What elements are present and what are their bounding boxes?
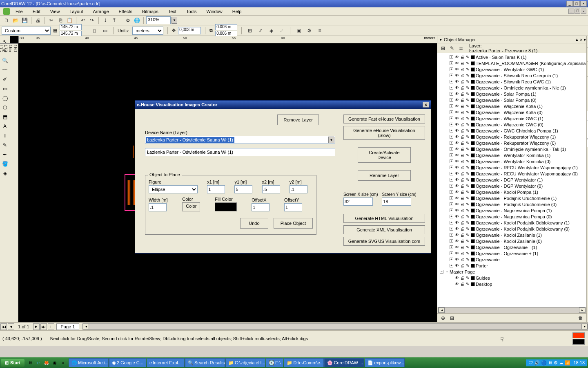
layer-color-swatch[interactable] (471, 80, 475, 84)
eye-icon[interactable]: 👁 (454, 122, 459, 127)
expand-icon[interactable]: + (450, 98, 453, 102)
eye-icon[interactable]: 👁 (454, 263, 459, 268)
offsety-field[interactable] (284, 203, 302, 211)
tree-row[interactable]: +👁🖨✎Ogrzewanie - Nagrzewnica Pompa (1) (438, 207, 586, 213)
layer-color-swatch[interactable] (471, 264, 475, 268)
expand-icon[interactable]: + (450, 227, 453, 231)
tree-row[interactable]: +👁🖨✎Ogrzewanie - Rekuperator Włączony (0… (438, 140, 586, 146)
interactive-fill-icon[interactable]: ◈ (1, 169, 9, 177)
edit-icon[interactable]: ✎ (465, 92, 470, 96)
firefox-icon[interactable]: 🦊 (43, 359, 50, 366)
layer-color-swatch[interactable] (471, 190, 475, 194)
tree-row[interactable]: +👁🖨✎Ogrzewanie - Podajnik Uruchomienie (… (438, 195, 586, 201)
edit-icon[interactable]: ✎ (465, 196, 470, 201)
menu-file[interactable]: File (11, 8, 27, 15)
menu-edit[interactable]: Edit (29, 8, 45, 15)
layer-color-swatch[interactable] (471, 135, 475, 139)
tree-row[interactable]: +👁🖨✎Ogrzewanie - Wentylator Kominka (1) (438, 152, 586, 158)
treat-as-filled-icon[interactable]: ▣ (294, 27, 303, 35)
edit-icon[interactable]: ✎ (465, 73, 470, 78)
figure-combo[interactable]: Ellipse (149, 185, 198, 193)
eye-icon[interactable]: 👁 (454, 79, 459, 84)
layer-color-swatch[interactable] (471, 55, 475, 59)
expand-icon[interactable]: + (450, 166, 453, 169)
print-icon[interactable]: 🖨 (460, 257, 465, 262)
tray-icon[interactable]: 🛡 (528, 360, 533, 365)
eye-icon[interactable]: 👁 (454, 227, 459, 231)
eye-icon[interactable]: 👁 (454, 233, 459, 238)
eye-icon[interactable]: 👁 (454, 159, 459, 164)
layer-color-swatch[interactable] (471, 159, 475, 164)
print-icon[interactable]: 🖨 (460, 276, 465, 280)
paste-icon[interactable]: 📋 (65, 16, 74, 25)
minimize-button[interactable]: _ (566, 1, 573, 7)
layer-color-swatch[interactable] (471, 282, 475, 286)
layer-color-swatch[interactable] (471, 67, 475, 72)
eye-icon[interactable]: 👁 (454, 98, 459, 103)
expand-icon[interactable]: + (450, 55, 453, 59)
print-icon[interactable]: 🖨 (460, 202, 465, 207)
edit-across-icon[interactable]: ✎ (448, 44, 456, 52)
screen-x-field[interactable] (343, 197, 373, 206)
edit-icon[interactable]: ✎ (465, 190, 470, 195)
taskbar-item[interactable]: 🔍Search Results (185, 358, 225, 367)
edit-icon[interactable]: ✎ (465, 263, 470, 268)
menu-window[interactable]: Window (203, 8, 227, 15)
x1-field[interactable] (207, 185, 225, 193)
tree-row[interactable]: +👁🖨✎Ogrzewanie - Ogrzewanie + (1) (438, 250, 586, 256)
import-icon[interactable]: ⤓ (101, 16, 109, 25)
undo-icon[interactable]: ↶ (79, 16, 87, 25)
layer-manager-icon[interactable]: ≣ (457, 44, 465, 52)
tray-icon[interactable]: ☁ (559, 360, 564, 366)
print-icon[interactable]: 🖨 (460, 171, 465, 176)
corel-online-icon[interactable]: 🌐 (133, 16, 141, 25)
new-master-icon[interactable]: ⊞ (448, 314, 456, 322)
expand-icon[interactable]: + (450, 221, 453, 224)
eye-icon[interactable]: 👁 (454, 196, 459, 201)
tree-row[interactable]: +👁🖨✎Ogrzewanie - Rekuperator Włączony (1… (438, 134, 586, 140)
menu-text[interactable]: Text (164, 8, 180, 15)
gen-slow-button[interactable]: Generate eHouse Visualisation (Slow) (343, 126, 425, 140)
edit-icon[interactable]: ✎ (465, 141, 470, 146)
offsetx-field[interactable] (252, 203, 270, 211)
eye-icon[interactable]: 👁 (454, 61, 459, 66)
layer-color-swatch[interactable] (471, 110, 475, 114)
expand-icon[interactable]: + (450, 184, 453, 188)
eye-icon[interactable]: 👁 (454, 141, 459, 146)
taskbar-item-active[interactable]: 🌸CorelDRAW ... (324, 358, 364, 367)
tray-icon[interactable]: 🔊 (534, 360, 540, 366)
eye-icon[interactable]: 👁 (454, 128, 459, 133)
tree-row[interactable]: +👁🖨✎Ogrzewanie - Włączenie GWC (1) (438, 115, 586, 121)
layer-color-swatch[interactable] (471, 166, 475, 170)
tree-row[interactable]: +👁🖨✎Ogrzewanie - Solar Pompa (1) (438, 91, 586, 97)
layer-color-swatch[interactable] (471, 153, 475, 157)
export-icon[interactable]: ⤒ (110, 16, 118, 25)
screen-y-field[interactable] (382, 197, 411, 206)
print-icon[interactable]: 🖨 (460, 220, 465, 225)
tray-icon[interactable]: ⚙ (554, 360, 558, 366)
color-button[interactable]: Color (182, 202, 200, 211)
eyedropper-icon[interactable]: ✎ (1, 141, 9, 149)
edit-icon[interactable]: ✎ (465, 214, 470, 219)
basic-shapes-icon[interactable]: ⬒ (1, 112, 9, 121)
device-name-combo[interactable]: Łazienka Parter - Oświetlenie Sauna Wł (… (145, 136, 335, 144)
menu-bitmaps[interactable]: Bitmaps (138, 8, 163, 15)
edit-icon[interactable]: ✎ (465, 208, 470, 213)
print-icon[interactable]: 🖨 (460, 79, 465, 84)
layer-color-swatch[interactable] (471, 123, 475, 127)
cut-icon[interactable]: ✂ (47, 16, 56, 25)
eye-icon[interactable]: 👁 (454, 92, 459, 96)
eye-icon[interactable]: 👁 (454, 208, 459, 213)
print-icon[interactable]: 🖨 (460, 55, 465, 60)
maximize-button[interactable]: □ (573, 1, 580, 7)
tree-row[interactable]: +👁🖨✎Ogrzewanie - Ogrzewanie - (1) (438, 244, 586, 250)
menu-help[interactable]: Help (228, 8, 246, 15)
layer-color-swatch[interactable] (471, 98, 475, 102)
print-icon[interactable]: 🖨 (460, 153, 465, 158)
edit-icon[interactable]: ✎ (465, 159, 470, 164)
tree-row[interactable]: +👁🖨✎Ogrzewanie - Podajnik Uruchomienie (… (438, 201, 586, 207)
edit-icon[interactable]: ✎ (465, 55, 470, 60)
layer-view-icon[interactable]: ⊞ (439, 44, 447, 52)
print-icon[interactable]: 🖨 (460, 61, 465, 66)
taskbar-item[interactable]: ◉2 Google C... (109, 358, 146, 367)
